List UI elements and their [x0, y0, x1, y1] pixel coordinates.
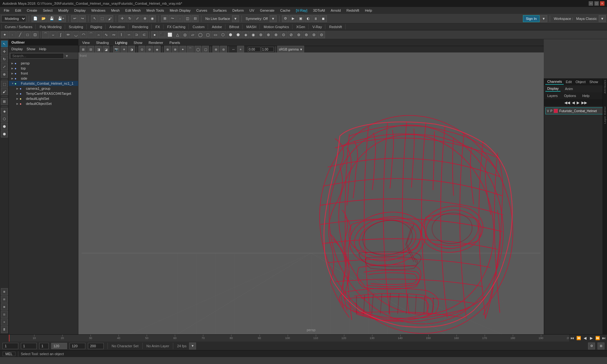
workspace-dropdown-button[interactable]: ▼ [599, 15, 606, 22]
vp-cam-val1-input[interactable] [248, 47, 261, 52]
save-scene-button[interactable]: 💾 [48, 15, 56, 22]
surface-tool4[interactable]: ◈ [242, 31, 249, 38]
menu-item-deform[interactable]: Deform [230, 8, 246, 13]
surface-tool7[interactable]: ⊕ [265, 31, 272, 38]
uv-select-button[interactable]: ⊡ [32, 31, 39, 38]
outliner-show-menu[interactable]: Show [25, 46, 37, 52]
tool1-button[interactable]: ◈ [1, 108, 8, 115]
menu-item-cache[interactable]: Cache [278, 8, 293, 13]
skip-to-start-button[interactable]: ⏮ [570, 336, 575, 340]
tab-sculpting[interactable]: Sculpting [66, 24, 87, 29]
outliner-item[interactable]: ▶●TempCamFBXASC046Target [9, 91, 78, 96]
current-indicator-input[interactable] [51, 343, 67, 349]
menu-item-create[interactable]: Create [24, 8, 40, 13]
surface-tool2[interactable]: ⬢ [227, 31, 234, 38]
layer-sub-tab-options[interactable]: Options [562, 93, 578, 98]
tab-xgen[interactable]: XGen [293, 24, 309, 29]
tool4-button[interactable]: ⬣ [1, 130, 8, 137]
channel-box-tab-channels[interactable]: Channels [545, 79, 564, 85]
search-dropdown-icon[interactable]: ▼ [65, 54, 69, 58]
tab-fx-caching[interactable]: FX Caching [164, 24, 189, 29]
vp-resolution-button[interactable]: ⊛ [212, 46, 219, 53]
vp-home-button[interactable]: ⊞ [80, 46, 87, 53]
layer-p-label[interactable]: P [550, 109, 553, 113]
viewport-menu-shading[interactable]: Shading [94, 40, 111, 45]
outliner-item[interactable]: ▶●top [9, 66, 78, 71]
menu-item-edit[interactable]: Edit [13, 8, 24, 13]
menu-item-mesh-tools[interactable]: Mesh Tools [144, 8, 166, 13]
nurbs-sphere-button[interactable]: ◯ [197, 31, 204, 38]
snap-grid-button[interactable]: ⊞ [161, 15, 168, 22]
layer-nav-btn-0[interactable]: ◀◀ [564, 100, 570, 105]
curve-tool4[interactable]: ⌢ [95, 31, 102, 38]
render-settings-button[interactable]: ⚙ [282, 15, 289, 22]
extra-tool1[interactable]: ⊞ [1, 288, 8, 295]
layer-v-label[interactable]: V [547, 109, 549, 113]
vp-shaded-button[interactable]: ◨ [95, 46, 102, 53]
render-button[interactable]: ▶ [290, 15, 297, 22]
viewport-menu-lighting[interactable]: Lighting [113, 40, 130, 45]
surface-tool11[interactable]: ⊚ [295, 31, 302, 38]
curve-tool8[interactable]: ∽ [126, 31, 132, 38]
vp-show-nurbssurfaces[interactable]: ◯ [194, 46, 201, 53]
vp-light-button[interactable]: ☀ [120, 46, 127, 53]
bezier-button[interactable]: ∫ [57, 31, 64, 38]
vp-translate-button[interactable]: + [237, 46, 244, 53]
tab-rigging[interactable]: Rigging [87, 24, 106, 29]
tab-custom[interactable]: Custom [189, 24, 208, 29]
live-surface-button[interactable]: ▼ [232, 15, 239, 22]
viewport-canvas[interactable]: front persp [78, 52, 544, 334]
curve-tool9[interactable]: ⊃ [133, 31, 140, 38]
bottom-right-btn2[interactable]: ⊞ [598, 343, 604, 349]
mel-label[interactable]: MEL [3, 352, 15, 356]
menu-item-edit-mesh[interactable]: Edit Mesh [123, 8, 143, 13]
redo-button[interactable]: ↪ [79, 15, 86, 22]
tool3-button[interactable]: ⬢ [1, 123, 8, 130]
layer-item[interactable]: V P Futuristic_Combat_Helmet [545, 107, 606, 114]
move-tool-button[interactable]: ✛ [119, 15, 126, 22]
vp-wireframe-button[interactable]: ⊟ [87, 46, 94, 53]
outliner-item[interactable]: ▶●defaultObjectSet [9, 101, 78, 106]
edge-select-button[interactable]: ╱ [16, 31, 23, 38]
outliner-item[interactable]: ▼●Futuristic_Combat_Helmet_nc1_1 [9, 81, 78, 86]
viewport-menu-show[interactable]: Show [131, 40, 145, 45]
vp-shadow-button[interactable]: ◑ [128, 46, 135, 53]
vp-textured-button[interactable]: ◪ [102, 46, 109, 53]
vp-show-nurbscurves[interactable]: ⌒ [187, 46, 194, 53]
menu-item-mesh-display[interactable]: Mesh Display [167, 8, 193, 13]
extra-tool3[interactable]: ⊠ [1, 303, 8, 310]
curve-tool5[interactable]: ∿ [103, 31, 110, 38]
menu-item-select[interactable]: Select [40, 8, 55, 13]
step-back-button[interactable]: ⏪ [576, 336, 581, 340]
cone-button[interactable]: △ [174, 31, 181, 38]
universal-manip-button[interactable]: ⊕ [141, 15, 148, 22]
tab-fx[interactable]: FX [152, 24, 163, 29]
curve-tool3[interactable]: ⌒ [88, 31, 95, 38]
arc-button[interactable]: ◡ [72, 31, 79, 38]
tab-v-ray[interactable]: V-Ray [309, 24, 325, 29]
menu-item--dtoall[interactable]: 3DToAll [310, 8, 328, 13]
current-frame-input[interactable] [21, 343, 37, 349]
lasso-button[interactable]: ⬚ [1, 81, 8, 88]
menu-item-redshift[interactable]: Redshift [344, 8, 362, 13]
fps-dropdown-button[interactable]: ▼ [189, 343, 196, 349]
select-tool-button[interactable]: ↖ [91, 15, 98, 22]
viewport-menu-view[interactable]: View [80, 40, 92, 45]
snap-surface-button[interactable]: ◫ [184, 15, 191, 22]
gamma-dropdown[interactable]: sRGB gamma ▼ [277, 46, 304, 53]
menu-item-mesh[interactable]: Mesh [108, 8, 122, 13]
select-mode-button[interactable]: ↖ [1, 40, 8, 47]
soft-mod-button[interactable]: ◉ [149, 15, 156, 22]
undo-button[interactable]: ↩ [71, 15, 78, 22]
arc2-button[interactable]: ◠ [80, 31, 87, 38]
skip-to-end-button[interactable]: ⏭ [601, 336, 606, 340]
tool2-button[interactable]: ⬡ [1, 115, 8, 122]
viewport-menu-renderer[interactable]: Renderer [146, 40, 166, 45]
snap-view-button[interactable]: ⊟ [192, 15, 199, 22]
anim-range-start-input[interactable] [39, 343, 49, 349]
surface-tool13[interactable]: ⊜ [310, 31, 317, 38]
vp-xray-button[interactable]: ⊚ [146, 46, 153, 53]
layer-nav-btn-3[interactable]: ▶▶ [581, 100, 587, 105]
rotate-mode-button[interactable]: ↻ [1, 56, 8, 63]
lasso-tool-button[interactable]: ⬚ [99, 15, 106, 22]
